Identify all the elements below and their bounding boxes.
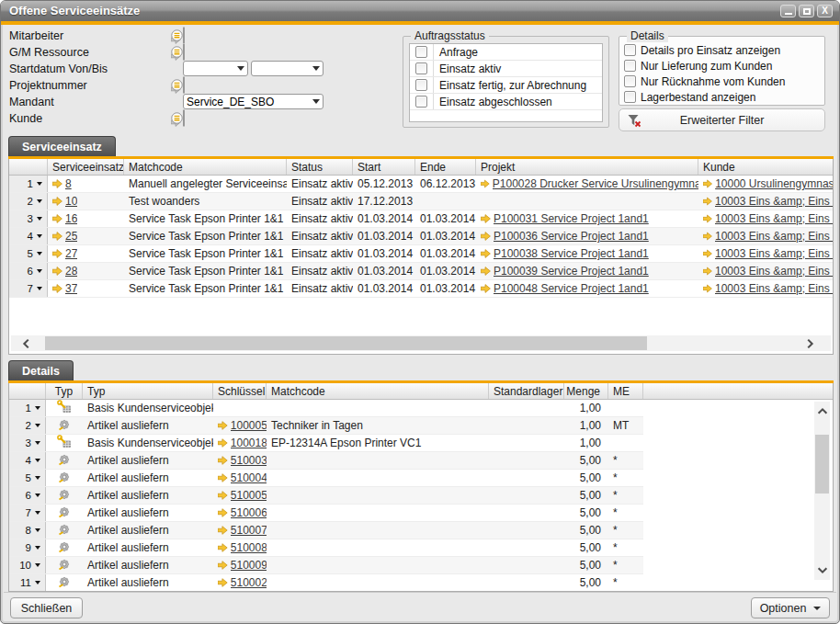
link-arrow-icon[interactable] — [703, 214, 712, 223]
col-header-projekt[interactable]: Projekt — [476, 159, 698, 175]
schluessel-link[interactable]: 510003 — [231, 454, 267, 467]
scroll-right-icon[interactable] — [796, 335, 823, 351]
link-arrow-icon[interactable] — [218, 421, 228, 430]
schluessel-link[interactable]: 510007 — [231, 524, 267, 537]
close-button[interactable]: X — [817, 5, 833, 17]
status-checkbox[interactable] — [415, 96, 427, 108]
link-arrow-icon[interactable] — [218, 543, 228, 552]
list-chooser-icon[interactable] — [171, 28, 183, 45]
link-arrow-icon[interactable] — [218, 526, 228, 535]
link-arrow-icon[interactable] — [218, 456, 228, 465]
row-selector[interactable]: 3 — [9, 210, 48, 227]
row-selector[interactable]: 5 — [9, 470, 46, 486]
serviceeinsatz-link[interactable]: 27 — [65, 247, 77, 260]
kunde-link[interactable]: 10003 Eins &amp; Eins Gr — [715, 212, 833, 225]
serviceeinsatz-link[interactable]: 10 — [65, 195, 77, 208]
col-header-matchcode[interactable]: Matchcode — [124, 159, 287, 175]
row-selector[interactable]: 2 — [9, 417, 46, 434]
link-arrow-icon[interactable] — [218, 438, 228, 448]
col-header-serviceeinsatz[interactable]: Serviceeinsatz — [48, 159, 124, 175]
schluessel-link[interactable]: 510006 — [231, 506, 267, 519]
kunde-link[interactable]: 10003 Eins &amp; Eins Gr — [715, 230, 833, 243]
dropdown-icon[interactable] — [310, 95, 323, 108]
vertical-scrollbar[interactable] — [814, 402, 830, 580]
details-checkbox[interactable] — [624, 91, 636, 103]
maximize-button[interactable] — [799, 5, 814, 17]
serviceeinsatz-link[interactable]: 16 — [65, 212, 77, 225]
link-arrow-icon[interactable] — [481, 179, 490, 188]
link-arrow-icon[interactable] — [481, 249, 491, 258]
kunde-link[interactable]: 10000 Ursulinengymnasiu — [715, 177, 833, 190]
projekt-link[interactable]: P100028 Drucker Service Ursulinengymnasi… — [493, 177, 698, 190]
schluessel-link[interactable]: 510005 — [231, 489, 267, 502]
schluessel-link[interactable]: 510002 — [231, 576, 267, 589]
link-arrow-icon[interactable] — [218, 578, 228, 587]
text-input[interactable] — [186, 28, 189, 41]
link-arrow-icon[interactable] — [52, 267, 62, 276]
scroll-down-icon[interactable] — [814, 562, 830, 578]
projekt-link[interactable]: P100038 Service Project 1and1 — [494, 247, 649, 260]
schluessel-link[interactable]: 510009 — [231, 559, 267, 572]
list-chooser-icon[interactable] — [171, 78, 183, 95]
date-to-combo[interactable] — [251, 61, 324, 76]
row-selector[interactable]: 8 — [9, 522, 46, 539]
col-header-status[interactable]: Status — [287, 159, 353, 175]
link-arrow-icon[interactable] — [52, 197, 62, 206]
kunde-link[interactable]: 10003 Eins &amp; Eins Gr — [715, 282, 833, 295]
kunde-link[interactable]: 10003 Eins &amp; Eins Gr — [715, 195, 833, 208]
link-arrow-icon[interactable] — [703, 179, 712, 188]
link-arrow-icon[interactable] — [703, 284, 712, 293]
schluessel-link[interactable]: 510008 — [231, 541, 267, 554]
row-selector[interactable]: 10 — [9, 557, 46, 573]
link-arrow-icon[interactable] — [52, 179, 62, 188]
link-arrow-icon[interactable] — [218, 473, 228, 482]
serviceeinsatz-link[interactable]: 25 — [65, 230, 77, 243]
link-arrow-icon[interactable] — [481, 267, 491, 276]
row-selector[interactable]: 9 — [9, 539, 46, 556]
link-arrow-icon[interactable] — [481, 284, 491, 293]
kunde-link[interactable]: 10003 Eins &amp; Eins Gr — [715, 265, 833, 278]
link-arrow-icon[interactable] — [703, 197, 712, 206]
options-button[interactable]: Optionen — [751, 597, 830, 618]
dropdown-icon[interactable] — [310, 62, 323, 75]
row-selector[interactable]: 2 — [9, 193, 48, 210]
col-header-typ-icon[interactable]: Typ — [46, 383, 83, 399]
col-header-matchcode[interactable]: Matchcode — [267, 383, 489, 399]
projekt-link[interactable]: P100048 Service Project 1and1 — [494, 282, 649, 295]
minimize-button[interactable] — [780, 5, 796, 17]
link-arrow-icon[interactable] — [218, 491, 228, 500]
scroll-up-icon[interactable] — [814, 403, 830, 420]
scroll-left-icon[interactable] — [13, 335, 40, 351]
col-header-standardlager[interactable]: Standardlager — [489, 383, 564, 399]
schluessel-link[interactable]: 100005 — [231, 419, 267, 432]
link-arrow-icon[interactable] — [703, 267, 712, 276]
status-checkbox[interactable] — [415, 46, 427, 58]
link-arrow-icon[interactable] — [52, 214, 62, 223]
link-arrow-icon[interactable] — [52, 232, 62, 241]
col-header-ende[interactable]: Ende — [415, 159, 476, 175]
row-selector[interactable]: 7 — [9, 280, 48, 297]
select-combo[interactable]: Service_DE_SBO — [183, 94, 324, 109]
status-checkbox[interactable] — [415, 79, 427, 91]
tab-serviceeinsatz[interactable]: Serviceeinsatz — [8, 136, 116, 156]
details-checkbox[interactable] — [624, 60, 636, 72]
row-selector[interactable]: 1 — [9, 400, 46, 416]
serviceeinsatz-link[interactable]: 37 — [65, 282, 77, 295]
row-selector[interactable]: 6 — [9, 487, 46, 504]
link-arrow-icon[interactable] — [218, 561, 228, 570]
horizontal-scroll-thumb[interactable] — [45, 336, 647, 350]
horizontal-scrollbar[interactable] — [11, 335, 831, 351]
projekt-link[interactable]: P100039 Service Project 1and1 — [494, 265, 649, 278]
list-chooser-icon[interactable] — [171, 111, 183, 128]
projekt-link[interactable]: P100031 Service Project 1and1 — [494, 212, 649, 225]
row-selector[interactable]: 7 — [9, 505, 46, 521]
serviceeinsatz-link[interactable]: 28 — [65, 265, 77, 278]
text-input[interactable] — [186, 77, 189, 91]
link-arrow-icon[interactable] — [481, 214, 491, 223]
row-selector[interactable]: 11 — [9, 574, 46, 591]
vertical-scroll-thumb[interactable] — [815, 435, 829, 494]
col-header-schluessel[interactable]: Schlüssel — [213, 383, 267, 399]
dropdown-icon[interactable] — [234, 62, 247, 75]
list-chooser-icon[interactable] — [171, 45, 183, 62]
schluessel-link[interactable]: 510004 — [231, 471, 267, 484]
